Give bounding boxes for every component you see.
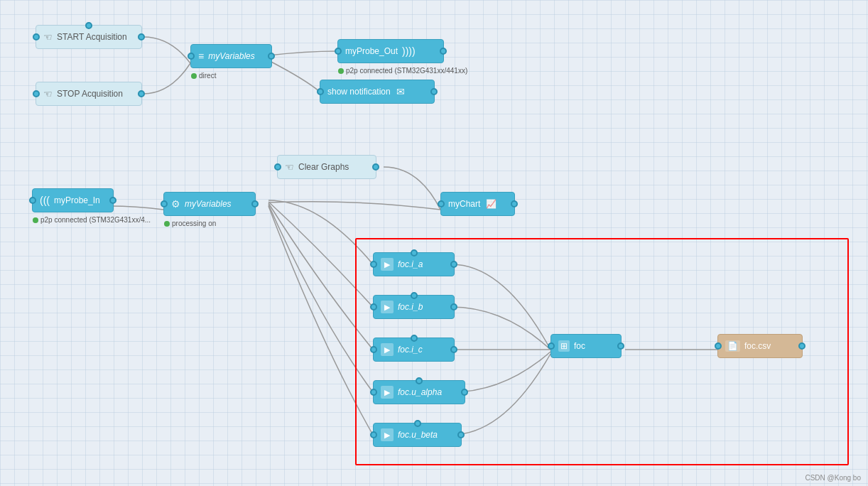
arrow-icon: ▶ (381, 343, 394, 356)
port-right (138, 90, 145, 97)
port-left (317, 88, 324, 95)
port-top (411, 292, 418, 299)
arrow-icon: ▶ (381, 428, 394, 441)
list-icon: ≡ (198, 50, 204, 62)
port-top (416, 377, 423, 384)
myprobe-in-node[interactable]: ((( myProbe_In p2p connected (STM32G431x… (32, 188, 114, 212)
email-icon: ✉ (396, 86, 405, 97)
mychart-node[interactable]: myChart 📈 (440, 192, 515, 216)
port-top (85, 22, 92, 29)
port-left (370, 346, 377, 353)
node-status: p2p connected (STM32G431xx/441xx) (338, 67, 467, 75)
gear-icon: ⚙ (171, 198, 180, 210)
arrow-icon: ▶ (381, 386, 394, 399)
watermark: CSDN @Kong bo (805, 474, 861, 482)
foc-u-beta-node[interactable]: ▶ foc.u_beta (373, 423, 462, 447)
grid-icon: ⊞ (558, 340, 570, 352)
port-right (798, 342, 805, 350)
arrow-icon: ▶ (381, 258, 394, 271)
port-right (450, 346, 457, 353)
port-left (29, 197, 36, 204)
port-right (251, 200, 259, 207)
hand-icon: ☜ (43, 31, 53, 43)
port-left (370, 431, 377, 438)
myvariables-bottom-node[interactable]: ⚙ myVariables processing on (163, 192, 256, 216)
file-icon: 📄 (725, 340, 740, 352)
port-left (438, 200, 445, 207)
port-right (372, 163, 379, 171)
foc-node[interactable]: ⊞ foc (550, 334, 622, 358)
foc-i-a-node[interactable]: ▶ foc.i_a (373, 252, 455, 276)
port-right (457, 431, 465, 438)
chart-icon: 📈 (486, 199, 497, 209)
port-left (715, 342, 722, 350)
port-left (370, 303, 377, 310)
port-left (161, 200, 168, 207)
port-top (414, 420, 421, 427)
myprobe-out-node[interactable]: myProbe_Out )))) p2p connected (STM32G43… (337, 39, 444, 63)
port-right (138, 33, 145, 40)
node-status: p2p connected (STM32G431xx/4... (33, 216, 151, 224)
port-left (33, 33, 40, 40)
port-left (370, 389, 377, 396)
wifi-icon: )))) (402, 45, 416, 57)
start-acquisition-node[interactable]: ☜ START Acquisition (36, 25, 142, 49)
port-right (617, 342, 624, 350)
port-right (461, 389, 468, 396)
port-left (335, 48, 342, 55)
hand-icon: ☜ (285, 161, 294, 173)
port-top (411, 249, 418, 256)
port-left (33, 90, 40, 97)
port-right (430, 88, 438, 95)
port-left (370, 261, 377, 268)
foc-csv-node[interactable]: 📄 foc.csv (717, 334, 803, 358)
foc-i-b-node[interactable]: ▶ foc.i_b (373, 295, 455, 319)
node-status: direct (191, 72, 216, 80)
foc-i-c-node[interactable]: ▶ foc.i_c (373, 338, 455, 362)
port-right (109, 197, 116, 204)
port-right (450, 303, 457, 310)
port-right (268, 53, 275, 60)
port-top (411, 335, 418, 342)
port-left (188, 53, 195, 60)
show-notification-node[interactable]: show notification ✉ (320, 80, 435, 104)
stop-acquisition-node[interactable]: ☜ STOP Acquisition (36, 82, 142, 106)
port-left (548, 342, 555, 350)
myvariables-top-node[interactable]: ≡ myVariables direct (190, 44, 272, 68)
port-right (440, 48, 447, 55)
port-right (450, 261, 457, 268)
clear-graphs-node[interactable]: ☜ Clear Graphs (277, 155, 376, 179)
port-right (511, 200, 518, 207)
node-status: processing on (164, 220, 216, 227)
arrow-icon: ▶ (381, 301, 394, 313)
foc-u-alpha-node[interactable]: ▶ foc.u_alpha (373, 380, 465, 404)
port-left (274, 163, 281, 171)
hand-icon: ☜ (43, 88, 53, 99)
wifi-icon: ((( (40, 195, 50, 206)
